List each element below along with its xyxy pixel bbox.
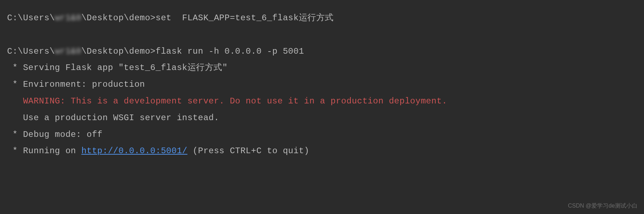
prompt-suffix: \Desktop\demo> — [81, 47, 156, 56]
command-text: flask run -h 0.0.0.0 -p 5001 — [155, 47, 304, 56]
output-warning: WARNING: This is a development server. D… — [7, 93, 637, 110]
prompt-prefix: C:\Users\ — [7, 13, 55, 23]
running-suffix: (Press CTRL+C to quit) — [188, 146, 310, 156]
command-text: set FLASK_APP=test_6_flask运行方式 — [155, 13, 333, 23]
prompt-prefix: C:\Users\ — [7, 47, 55, 56]
output-serving: * Serving Flask app "test_6_flask运行方式" — [7, 60, 637, 76]
blank-line — [7, 27, 637, 43]
username-blurred: wr1&0 — [55, 10, 81, 27]
output-environment: * Environment: production — [7, 76, 637, 93]
watermark-text: CSDN @爱学习de测试小白 — [568, 200, 638, 211]
output-wsgi: Use a production WSGI server instead. — [7, 110, 637, 127]
prompt-suffix: \Desktop\demo> — [81, 13, 156, 23]
output-debug: * Debug mode: off — [7, 127, 637, 143]
username-blurred: wr1&0 — [55, 43, 81, 60]
output-running: * Running on http://0.0.0.0:5001/ (Press… — [7, 143, 637, 160]
terminal-line-2: C:\Users\wr1&0\Desktop\demo>flask run -h… — [7, 43, 637, 60]
server-url-link[interactable]: http://0.0.0.0:5001/ — [81, 146, 188, 156]
running-prefix: * Running on — [7, 146, 81, 156]
terminal-line-1: C:\Users\wr1&0\Desktop\demo>set FLASK_AP… — [7, 10, 637, 27]
